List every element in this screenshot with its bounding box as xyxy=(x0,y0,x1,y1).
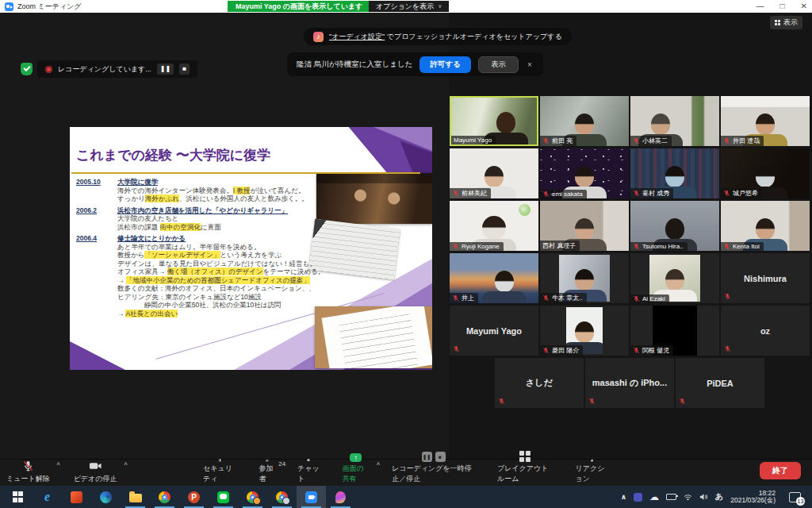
share-screen-button[interactable]: ↑ 画面の共有 ^ xyxy=(342,459,370,484)
stop-video-button[interactable]: ビデオの停止 ^ xyxy=(74,459,117,484)
mic-muted-icon xyxy=(542,190,550,198)
window-title: Zoom ミーティング xyxy=(17,2,82,12)
participant-tile[interactable]: emi sakata xyxy=(540,148,629,198)
participant-tile[interactable]: Tsutomu Hira.. xyxy=(630,201,719,251)
participant-name-label: 井田 達哉 xyxy=(721,136,764,146)
notification-center-icon[interactable]: 13 xyxy=(789,492,801,502)
close-toast-icon[interactable]: × xyxy=(526,60,534,69)
slide-text-line: すっかり海外かぶれ、浜松にいる外国人の友人と飲み歩く。。 xyxy=(117,194,417,203)
waiting-room-toast: 隆清 烏川が待機室に入室しました 許可する 表示 × xyxy=(287,52,543,76)
chevron-up-icon[interactable]: ^ xyxy=(57,462,60,468)
participant-tile[interactable]: 牛木 章太.. xyxy=(540,253,629,303)
participant-tile[interactable]: Nishimura xyxy=(721,253,810,303)
slide-section-heading: 修士論文にとりかかる xyxy=(117,234,417,243)
participant-tile[interactable]: 関根 健児 xyxy=(630,306,719,356)
participant-tile[interactable]: Ryuji Kogane xyxy=(450,201,538,251)
wifi-icon[interactable] xyxy=(684,494,692,501)
participants-count-badge: 24 xyxy=(278,460,285,468)
camera-icon xyxy=(89,460,102,472)
mic-muted-icon xyxy=(542,347,550,354)
slide-section-date: 2006.2 xyxy=(76,206,117,232)
participant-tile[interactable]: Mayumi Yago xyxy=(450,306,538,356)
participant-tile[interactable]: PiDEA xyxy=(676,358,764,408)
slide-text-line: → A社長との出会い xyxy=(117,310,417,318)
participant-tile[interactable]: 菱田 陽介 xyxy=(540,306,629,356)
zoom-icon[interactable] xyxy=(297,486,326,508)
battery-icon[interactable] xyxy=(666,494,676,500)
pause-stop-recording-button[interactable]: ❚❚■ レコーディングを一時停止／停止 xyxy=(392,459,475,484)
slide-text-line: 静岡の中小企業50社、浜松の企業10社は訪問 xyxy=(117,301,417,310)
ie-icon[interactable]: e xyxy=(33,486,62,508)
chrome-icon[interactable] xyxy=(150,486,179,508)
participant-tile[interactable]: Ai Ezaki xyxy=(630,253,719,303)
maximize-icon[interactable]: □ xyxy=(780,0,785,13)
audio-settings-link[interactable]: "オーディオ設定" xyxy=(329,33,385,40)
end-meeting-button[interactable]: 終了 xyxy=(760,462,801,479)
ime-indicator[interactable]: あ xyxy=(715,491,723,502)
participant-name-label: 関根 健児 xyxy=(630,345,673,356)
chrome-profile-1-icon[interactable] xyxy=(238,486,267,508)
participant-tile[interactable]: Mayumi Yago xyxy=(450,96,538,146)
clock-date: 2021/03/26(金) xyxy=(730,497,776,505)
chat-button[interactable]: チャット xyxy=(297,459,320,484)
participant-tile[interactable]: 城戸悠希 xyxy=(721,148,810,198)
audio-setup-toast: ♪ "オーディオ設定" でプロフェッショナルオーディオをセットアップする xyxy=(304,28,572,45)
explorer-icon[interactable] xyxy=(121,486,150,508)
share-options-button[interactable]: オプションを表示∨ xyxy=(369,1,449,12)
powerpoint-icon[interactable]: P xyxy=(179,486,209,508)
share-screen-icon: ↑ xyxy=(350,453,362,462)
stop-icon[interactable]: ■ xyxy=(435,452,446,462)
chevron-up-icon[interactable]: ^ xyxy=(124,462,127,468)
profile-badge xyxy=(253,497,261,505)
hidden-icons-chevron[interactable]: ∧ xyxy=(621,493,626,501)
breakout-rooms-button[interactable]: ブレイクアウトルーム xyxy=(497,459,553,484)
reactions-button[interactable]: リアクション xyxy=(576,459,609,484)
audio-toast-text: でプロフェッショナルオーディオをセットアップする xyxy=(385,33,561,40)
slide-text-line: デザインは、単なる見た目やビジュアルだけではない！経営も。 xyxy=(117,260,417,268)
taskbar-clock[interactable]: 18:22 2021/03/26(金) xyxy=(730,490,776,505)
unmute-button[interactable]: ミュート解除 ^ xyxy=(6,459,50,484)
slide-text-line: オフィス家具→ 働く場（オフィス）のデザインをテーマに決める。 xyxy=(117,267,417,276)
logo-badge xyxy=(519,204,530,216)
participant-tile[interactable]: 井田 達哉 xyxy=(721,96,810,146)
line-icon[interactable] xyxy=(209,486,238,508)
office-icon[interactable] xyxy=(62,486,91,508)
chrome-profile-2-icon[interactable] xyxy=(267,486,297,508)
participant-tile[interactable]: さしだ xyxy=(495,358,584,408)
participant-tile[interactable]: oz xyxy=(721,306,810,356)
window-titlebar: Zoom ミーティング Mayumi Yago の画面を表示しています オプショ… xyxy=(0,0,812,13)
edge-icon[interactable] xyxy=(91,486,121,508)
teams-icon[interactable] xyxy=(634,493,642,502)
onedrive-cloud-icon[interactable]: ☁ xyxy=(649,493,659,501)
pause-recording-button[interactable]: ❚❚ xyxy=(157,64,174,75)
participant-tile[interactable]: 西村 真理子 xyxy=(540,201,629,251)
start-icon[interactable] xyxy=(3,486,33,508)
view-mode-button[interactable]: 表示 xyxy=(770,16,802,29)
mic-muted-icon xyxy=(724,293,731,300)
close-icon[interactable]: ✕ xyxy=(801,0,807,13)
paint3d-icon[interactable] xyxy=(326,486,355,508)
participant-tile[interactable]: 小林英二 xyxy=(630,96,719,146)
music-note-icon: ♪ xyxy=(313,32,324,42)
pause-icon[interactable]: ❚❚ xyxy=(422,452,432,462)
chevron-up-icon[interactable]: ^ xyxy=(377,462,380,468)
participant-name-label: Tsutomu Hira.. xyxy=(630,242,688,251)
view-waiting-button[interactable]: 表示 xyxy=(478,56,519,73)
volume-icon[interactable] xyxy=(699,493,708,501)
participant-tile[interactable]: 釜村 成秀 xyxy=(630,148,719,198)
slide-text-line: 数多くの文献：海外のオフィス、日本のインキュベーション、、 xyxy=(117,284,417,293)
participant-tile[interactable]: masashi の iPho... xyxy=(585,358,674,408)
participant-tile[interactable]: 前林美紀 xyxy=(450,148,538,198)
participant-tile[interactable]: 前田 亮 xyxy=(540,96,629,146)
admit-button[interactable]: 許可する xyxy=(419,56,470,73)
minimize-icon[interactable]: — xyxy=(756,0,764,13)
participants-button[interactable]: 参加者 24 xyxy=(259,459,275,484)
slide-section-body: 修士論文にとりかかるあと半年での卒業はムリ。半年留年を決める。教授から「ソーシャ… xyxy=(117,234,417,318)
stop-recording-button[interactable]: ■ xyxy=(179,64,190,75)
mic-muted-icon xyxy=(633,190,640,197)
slide-section-date: 2005.10 xyxy=(76,178,117,203)
participant-tile[interactable]: 井上 xyxy=(450,253,538,303)
security-button[interactable]: セキュリティ xyxy=(203,459,236,484)
participant-tile[interactable]: Kenta Itoi xyxy=(721,201,810,251)
participant-video-grid: Mayumi Yago前田 亮小林英二井田 達哉前林美紀emi sakata釜村… xyxy=(450,96,811,410)
